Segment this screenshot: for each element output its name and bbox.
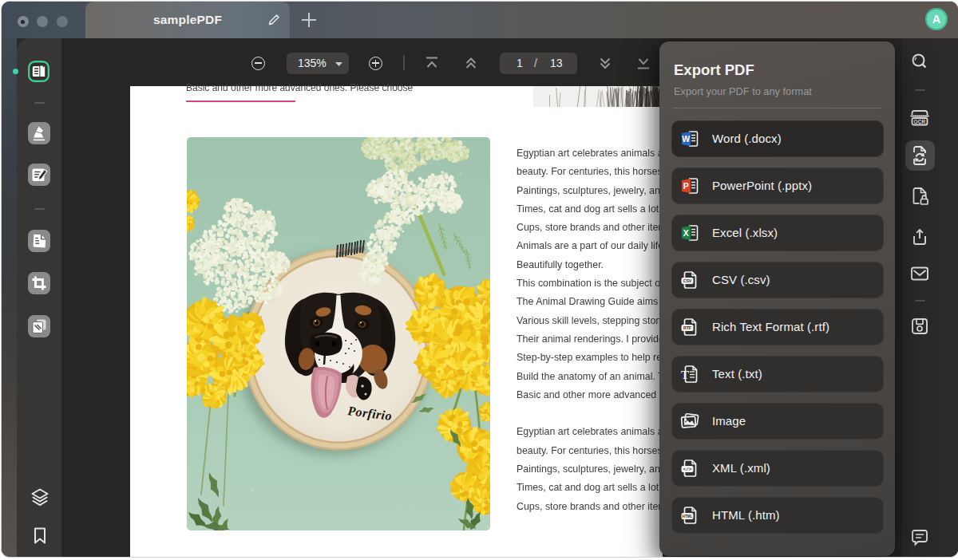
svg-text:HTML: HTML [683,515,693,519]
svg-text:X: X [683,228,689,238]
svg-text:</>: </> [683,467,692,472]
svg-text:P: P [683,181,689,191]
svg-text:T: T [681,369,689,381]
svg-text:CSV: CSV [683,278,692,283]
svg-text:RTF: RTF [683,325,691,330]
svg-text:W: W [682,134,690,144]
svg-text:OCR: OCR [913,119,925,124]
